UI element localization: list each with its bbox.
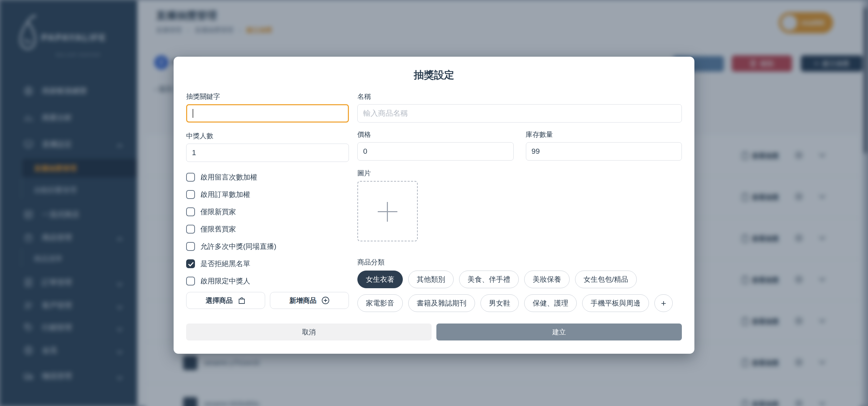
lottery-settings-modal: 抽獎設定 抽獎關鍵字 中獎人數 1 啟用留言次數加權 啟用訂單數加權 <box>174 57 694 354</box>
price-label: 價格 <box>357 130 514 139</box>
winners-value: 1 <box>192 148 196 157</box>
create-button[interactable]: 建立 <box>436 324 682 340</box>
checkbox-unchecked-icon[interactable] <box>186 190 195 199</box>
category-pill[interactable]: 書籍及雜誌期刊 <box>408 294 475 312</box>
cancel-button[interactable]: 取消 <box>186 324 432 340</box>
category-pill[interactable]: 男女鞋 <box>480 294 519 312</box>
winners-label: 中獎人數 <box>186 131 349 140</box>
app-screen: PAPAYALIFE SELLER CENTER 商家帳號總覽 商業分析 直播設… <box>0 0 868 406</box>
checkbox-unchecked-icon[interactable] <box>186 277 195 285</box>
category-pill-group: 女生衣著 其他類別 美食、伴手禮 美妝保養 女生包包/精品 家電影音 書籍及雜誌… <box>357 271 682 312</box>
price-input[interactable]: 0 <box>357 142 514 161</box>
checkbox-order-weight[interactable]: 啟用訂單數加權 <box>186 188 349 201</box>
name-input[interactable]: 輸入商品名稱 <box>357 104 682 123</box>
category-pill[interactable]: 美食、伴手禮 <box>459 271 519 288</box>
image-upload-dropzone[interactable] <box>357 181 418 241</box>
category-label: 商品分類 <box>357 258 682 266</box>
image-label: 圖片 <box>357 169 682 178</box>
category-pill[interactable]: 美妝保養 <box>524 271 570 288</box>
checkbox-unchecked-icon[interactable] <box>186 173 195 182</box>
checkbox-checked-icon[interactable] <box>186 259 195 268</box>
checkbox-comment-weight[interactable]: 啟用留言次數加權 <box>186 171 349 184</box>
stock-label: 庫存數量 <box>526 130 682 139</box>
checkbox-unchecked-icon[interactable] <box>186 207 195 216</box>
checkbox-label: 啟用留言次數加權 <box>200 172 257 182</box>
shopping-bag-icon <box>238 296 246 304</box>
select-product-label: 選擇商品 <box>206 296 233 305</box>
category-pill[interactable]: 手機平板與周邊 <box>582 294 649 312</box>
checkbox-limit-winner[interactable]: 啟用限定中獎人 <box>186 275 349 288</box>
checkbox-label: 是否拒絕黑名單 <box>200 259 250 269</box>
winners-input[interactable]: 1 <box>186 144 349 162</box>
checkbox-label: 允許多次中獎(同場直播) <box>200 242 276 251</box>
keyword-input[interactable] <box>186 104 349 123</box>
checkbox-reject-blacklist[interactable]: 是否拒絕黑名單 <box>186 257 349 270</box>
checkbox-old-buyers-only[interactable]: 僅限舊買家 <box>186 223 349 236</box>
name-label: 名稱 <box>357 92 682 101</box>
stock-input[interactable]: 99 <box>526 142 682 161</box>
category-pill[interactable]: 女生包包/精品 <box>575 271 637 288</box>
checkbox-label: 僅限新買家 <box>200 207 236 217</box>
select-product-button[interactable]: 選擇商品 <box>186 292 265 309</box>
category-pill[interactable]: 家電影音 <box>357 294 403 312</box>
plus-circle-icon <box>321 296 330 304</box>
text-caret <box>193 109 193 118</box>
checkbox-label: 啟用訂單數加權 <box>200 190 250 199</box>
checkbox-new-buyers-only[interactable]: 僅限新買家 <box>186 205 349 218</box>
options-checkbox-list: 啟用留言次數加權 啟用訂單數加權 僅限新買家 僅限舊買家 <box>186 171 349 288</box>
add-product-label: 新增商品 <box>290 296 317 305</box>
add-product-button[interactable]: 新增商品 <box>270 292 349 309</box>
checkbox-label: 僅限舊買家 <box>200 224 236 234</box>
plus-icon <box>387 202 388 222</box>
price-value: 0 <box>363 147 367 156</box>
stock-value: 99 <box>532 147 540 156</box>
category-pill[interactable]: 保健、護理 <box>524 294 577 312</box>
checkbox-unchecked-icon[interactable] <box>186 242 195 251</box>
keyword-label: 抽獎關鍵字 <box>186 92 349 101</box>
modal-title: 抽獎設定 <box>174 68 694 82</box>
checkbox-label: 啟用限定中獎人 <box>200 276 250 286</box>
category-pill[interactable]: 其他類別 <box>408 271 454 288</box>
add-category-pill[interactable]: + <box>654 294 673 312</box>
checkbox-multiple-wins[interactable]: 允許多次中獎(同場直播) <box>186 240 349 253</box>
name-placeholder: 輸入商品名稱 <box>363 108 408 118</box>
checkbox-unchecked-icon[interactable] <box>186 225 195 234</box>
category-pill-selected[interactable]: 女生衣著 <box>357 271 403 288</box>
